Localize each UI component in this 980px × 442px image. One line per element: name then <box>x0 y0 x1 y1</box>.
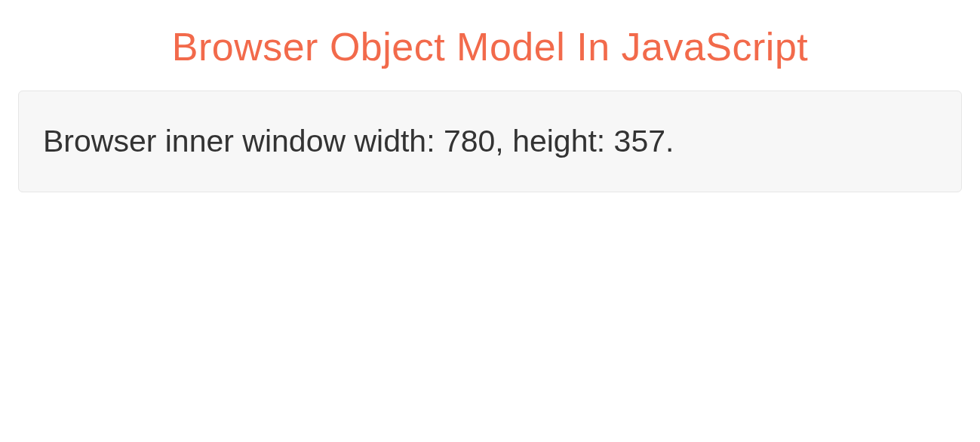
info-panel: Browser inner window width: 780, height:… <box>18 91 962 192</box>
window-dimensions-text: Browser inner window width: 780, height:… <box>43 123 937 160</box>
page-title: Browser Object Model In JavaScript <box>0 24 980 69</box>
